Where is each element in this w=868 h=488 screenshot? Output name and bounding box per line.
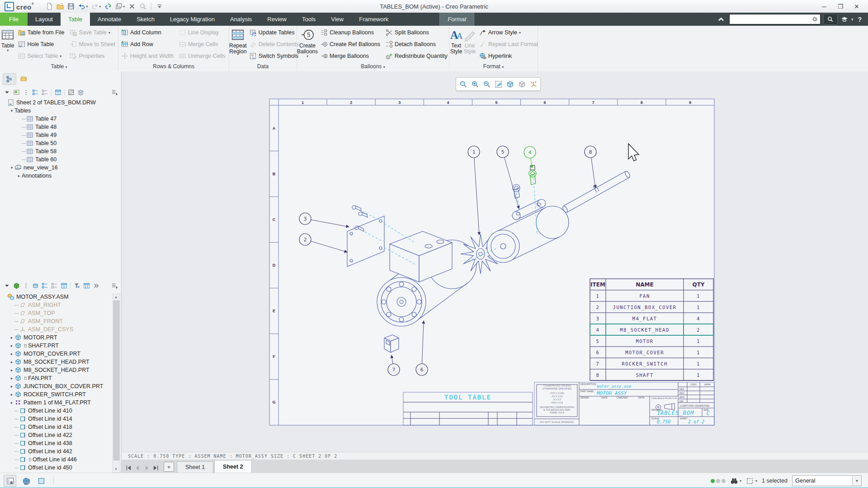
group-label-format[interactable]: Format ▾ bbox=[449, 63, 538, 70]
regenerate-button[interactable] bbox=[104, 1, 113, 11]
search-button[interactable] bbox=[138, 1, 147, 11]
selection-filter[interactable]: ▾ bbox=[746, 477, 757, 485]
tree-item-offset-line-id-414[interactable]: Offset Line id 414 bbox=[0, 415, 113, 423]
expander-icon[interactable]: ▸ bbox=[9, 352, 14, 356]
show-columns-button[interactable] bbox=[54, 88, 62, 96]
bom-cell[interactable]: M4_FLAT bbox=[632, 316, 657, 322]
balloon-attach-handle[interactable] bbox=[530, 165, 535, 170]
layer-display-button[interactable] bbox=[76, 88, 85, 96]
component-display-button[interactable] bbox=[31, 282, 39, 290]
restore-button[interactable]: ❐ bbox=[833, 1, 848, 11]
add-row-button[interactable]: Add Row bbox=[118, 38, 176, 50]
tree-item-offset-line-id-446[interactable]: Offset Line id 446 bbox=[0, 455, 113, 464]
bom-cell[interactable]: 1 bbox=[697, 350, 700, 355]
bom-cell[interactable]: 3 bbox=[596, 316, 600, 321]
switch-symbols-button[interactable]: 15fxSwitch Symbols bbox=[247, 50, 302, 62]
bom-cell[interactable]: 1 bbox=[697, 338, 700, 344]
group-label-balloons[interactable]: Balloons ▾ bbox=[297, 63, 449, 70]
tree-item-pattern-1-of-m4-flat-prt[interactable]: ▸Pattern 1 of M4_FLAT.PRT bbox=[0, 399, 113, 407]
line-display-button[interactable]: Line Display bbox=[176, 27, 228, 38]
scrollbar-thumb[interactable] bbox=[113, 300, 119, 460]
expander-icon[interactable]: ▸ bbox=[9, 392, 14, 397]
close-button[interactable]: ✕ bbox=[849, 1, 864, 11]
help-button[interactable]: ? bbox=[856, 16, 863, 23]
show-columns-button[interactable] bbox=[60, 282, 68, 290]
display-style-button[interactable] bbox=[516, 79, 527, 89]
table-from-file-button[interactable]: Table from File bbox=[15, 27, 67, 38]
height-and-width-button[interactable]: Height and Width bbox=[118, 50, 176, 62]
tree-item-asm-def-csys[interactable]: ASM_DEF_CSYS bbox=[0, 325, 113, 333]
expand-all-button[interactable] bbox=[41, 282, 49, 290]
window-stack-button[interactable]: ▾ bbox=[114, 1, 126, 11]
tree-item-junction-box-cover-prt[interactable]: ▸JUNCTION_BOX_COVER.PRT bbox=[0, 382, 113, 390]
tree-item-asm-right[interactable]: ASM_RIGHT bbox=[0, 301, 113, 309]
sheet-tab-sheet-2[interactable]: Sheet 2 bbox=[214, 460, 251, 473]
scroll-down-icon[interactable]: ▼ bbox=[113, 466, 119, 472]
tree-item-table-49[interactable]: Table 49 bbox=[0, 131, 121, 139]
tree-item-m8-socket-head-prt[interactable]: ▸M8_SOCKET_HEAD.PRT bbox=[0, 366, 113, 374]
save-button[interactable] bbox=[66, 1, 75, 11]
bom-cell[interactable]: M8_SOCKET_HEAD bbox=[620, 327, 670, 333]
tab-sketch[interactable]: Sketch bbox=[129, 13, 162, 26]
tab-review[interactable]: Review bbox=[259, 13, 294, 26]
prev-sheet-button[interactable] bbox=[134, 465, 141, 471]
tree-item-table-48[interactable]: Table 48 bbox=[0, 123, 121, 131]
scroll-up-icon[interactable]: ▲ bbox=[113, 294, 119, 300]
bom-cell[interactable]: 1 bbox=[596, 293, 600, 299]
tree-item-shaft-prt[interactable]: ▸SHAFT.PRT bbox=[0, 342, 113, 350]
tree-item-motor-assy-asm[interactable]: MOTOR_ASSY.ASM bbox=[0, 293, 113, 301]
add-column-button[interactable]: Add Column bbox=[118, 27, 176, 38]
web-browser-button[interactable] bbox=[20, 475, 32, 486]
tree-item-tables[interactable]: ▾Tables bbox=[0, 107, 121, 115]
tab-view[interactable]: View bbox=[323, 13, 351, 26]
tree-item-table-58[interactable]: Table 58 bbox=[0, 147, 121, 155]
command-search-box[interactable] bbox=[729, 14, 821, 24]
tab-format[interactable]: Format bbox=[439, 13, 474, 26]
bom-cell[interactable]: 6 bbox=[596, 350, 600, 355]
toolbar-more-button[interactable] bbox=[155, 1, 164, 11]
scale-value[interactable]: 0.750 bbox=[657, 419, 670, 424]
select-table-button[interactable]: Select Table▾ bbox=[15, 50, 67, 62]
model-tree-tab[interactable] bbox=[3, 73, 16, 85]
create-balloons-button[interactable]: 5Create Balloons▾ bbox=[297, 27, 318, 58]
zoom-out-button[interactable] bbox=[481, 79, 492, 89]
bom-cell[interactable]: 1 bbox=[697, 293, 700, 299]
zoom-box-button[interactable] bbox=[458, 79, 468, 89]
tab-file[interactable]: File bbox=[0, 13, 28, 26]
tab-layout[interactable]: Layout bbox=[28, 13, 61, 26]
tree-item-offset-line-id-410[interactable]: Offset Line id 410 bbox=[0, 407, 113, 415]
tree-item-offset-line-id-442[interactable]: Offset Line id 442 bbox=[0, 447, 113, 455]
repeat-last-format-button[interactable]: Repeat Last Format bbox=[476, 38, 541, 50]
bom-cell[interactable]: 1 bbox=[697, 361, 700, 366]
unmerge-cells-button[interactable]: Unmerge Cells bbox=[176, 50, 228, 62]
tree-item-asm-front[interactable]: ASM_FRONT bbox=[0, 317, 113, 325]
part-name-value[interactable]: MOTOR_ASSY bbox=[596, 390, 627, 396]
tab-legacy-migration[interactable]: Legacy Migration bbox=[162, 13, 222, 26]
show-columns-button[interactable] bbox=[82, 282, 90, 290]
first-sheet-button[interactable] bbox=[125, 465, 132, 471]
navigator-toggle-button[interactable] bbox=[4, 475, 16, 487]
folder-browser-tab[interactable] bbox=[17, 73, 30, 84]
collapse-all-button[interactable] bbox=[50, 282, 58, 290]
tree-item-asm-top[interactable]: ASM_TOP bbox=[0, 309, 113, 317]
display-screen-button[interactable] bbox=[12, 88, 20, 96]
tree-item-rocker-switch-prt[interactable]: ▸ROCKER_SWITCH.PRT bbox=[0, 390, 113, 399]
expander-icon[interactable]: ▸ bbox=[9, 343, 14, 348]
expander-icon[interactable]: ▸ bbox=[16, 174, 22, 178]
tree-item-offset-line-id-438[interactable]: Offset Line id 438 bbox=[0, 439, 113, 447]
bom-cell[interactable]: 4 bbox=[697, 316, 700, 321]
caret-down-button[interactable] bbox=[3, 282, 11, 290]
search-button[interactable] bbox=[823, 14, 838, 25]
undo-button[interactable]: ▾ bbox=[77, 1, 89, 11]
expander-icon[interactable]: ▸ bbox=[9, 335, 14, 340]
saved-views-button[interactable] bbox=[505, 79, 515, 89]
expander-icon[interactable]: ▾ bbox=[9, 108, 14, 113]
filter-dropdown-icon[interactable]: ▼ bbox=[852, 476, 861, 486]
cleanup-balloons-button[interactable]: Cleanup Balloons bbox=[318, 27, 383, 38]
graphics-area[interactable]: 123456789ABCDEFG bbox=[122, 71, 868, 452]
detach-balloons-button[interactable]: Detach Balloons bbox=[383, 38, 450, 50]
last-sheet-button[interactable] bbox=[152, 465, 159, 471]
minimize-button[interactable]: ─ bbox=[816, 1, 832, 11]
caret-down-button[interactable] bbox=[3, 88, 11, 96]
expander-icon[interactable]: ▾ bbox=[9, 165, 14, 170]
